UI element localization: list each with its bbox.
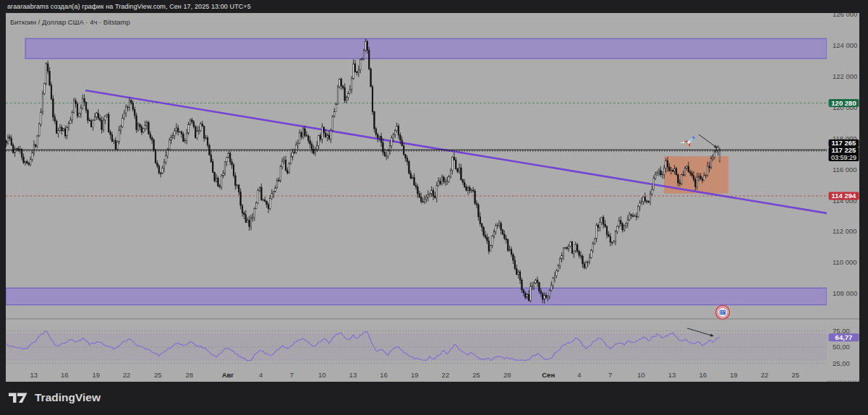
time-tick: 16 <box>61 371 69 379</box>
svg-text:03:59:29: 03:59:29 <box>831 154 856 161</box>
price-tick: 122 000 <box>833 72 857 80</box>
time-tick: 28 <box>185 371 193 379</box>
time-tick: 25 <box>791 371 799 379</box>
time-tick: 22 <box>123 371 131 379</box>
price-tick: 126 000 <box>833 10 857 18</box>
rsi-value-label: 64,77 <box>829 333 859 341</box>
tradingview-mark-icon <box>9 390 28 405</box>
time-tick: 10 <box>318 371 326 379</box>
badge-icon[interactable] <box>716 306 730 320</box>
time-tick: 10 <box>637 371 645 379</box>
time-tick: 13 <box>668 371 676 379</box>
price-tick: 112 000 <box>833 227 857 235</box>
time-tick: Авг <box>222 371 234 379</box>
rsi-pane <box>6 331 827 364</box>
supply-demand-zone[interactable] <box>25 38 827 59</box>
time-tick: 7 <box>608 371 612 379</box>
time-tick: Сен <box>542 371 555 379</box>
rocket-icon[interactable] <box>681 132 697 149</box>
time-tick: 19 <box>411 371 419 379</box>
svg-text:64,77: 64,77 <box>835 333 853 341</box>
candles-layer <box>6 38 720 304</box>
time-tick: 7 <box>290 371 294 379</box>
attribution-text: araaraabrams создал(а) график на Trading… <box>7 3 251 10</box>
symbol-title: Биткоин / Доллар США · 4ч · Bitstamp <box>10 18 130 26</box>
red-level-label: 114 294 <box>829 192 859 200</box>
time-tick: 16 <box>380 371 388 379</box>
time-tick: 4 <box>577 371 581 379</box>
price-tick: 110 000 <box>833 258 857 266</box>
svg-text:120 280: 120 280 <box>831 99 856 107</box>
rsi-tick: 25,00 <box>833 359 850 367</box>
rsi-tick: 50,00 <box>833 343 850 351</box>
time-tick: 13 <box>30 371 38 379</box>
time-tick: 4 <box>259 371 263 379</box>
supply-demand-zone[interactable] <box>6 288 827 304</box>
green-level-label: 120 280 <box>829 99 859 107</box>
chart-canvas[interactable]: 126 000124 000122 000120 000118 000116 0… <box>0 0 868 415</box>
svg-text:114 294: 114 294 <box>832 192 857 200</box>
main-pane <box>6 38 827 305</box>
time-tick: 13 <box>349 371 357 379</box>
footer: TradingView <box>0 382 868 415</box>
time-tick: 22 <box>761 371 769 379</box>
axes: 126 000124 000122 000120 000118 000116 0… <box>30 10 859 379</box>
price-tick: 116 000 <box>833 166 857 174</box>
svg-text:117 225: 117 225 <box>832 146 857 154</box>
time-tick: 28 <box>503 371 511 379</box>
tradingview-wordmark: TradingView <box>35 391 101 404</box>
price-tick: 124 000 <box>833 41 857 49</box>
arrow-annotation[interactable] <box>699 134 716 147</box>
time-tick: 19 <box>730 371 738 379</box>
time-tick: 16 <box>699 371 707 379</box>
time-tick: 25 <box>154 371 162 379</box>
time-tick: 22 <box>442 371 450 379</box>
last-price-label: 117 22503:59:29 <box>829 146 859 161</box>
price-tick: 108 000 <box>833 289 857 297</box>
time-tick: 19 <box>92 371 100 379</box>
tradingview-logo[interactable]: TradingView <box>9 390 101 405</box>
time-tick: 25 <box>472 371 480 379</box>
